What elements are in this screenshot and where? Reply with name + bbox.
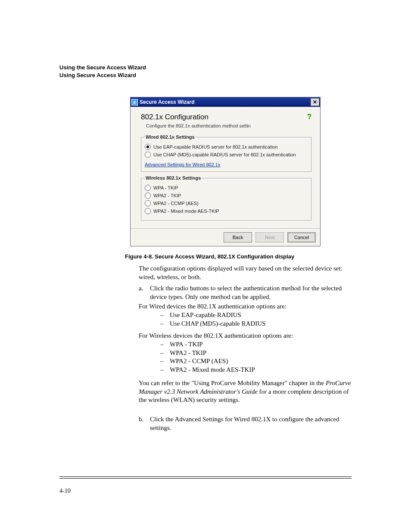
radio-label: WPA - TKIP xyxy=(153,185,178,190)
wireless-option-wpa2-ccmp[interactable]: WPA2 - CCMP (AES) xyxy=(145,200,308,206)
list-marker: a. xyxy=(139,284,150,301)
advanced-wired-link[interactable]: Advanced Settings for Wired 802.1x xyxy=(145,162,220,167)
radio-icon xyxy=(145,200,151,206)
radio-label: WPA2 - TKIP xyxy=(153,193,181,198)
wireless-option-wpa-tkip[interactable]: WPA - TKIP xyxy=(145,185,308,191)
list-item: WPA - TKIP xyxy=(170,340,203,349)
list-item-b: b. Click the Advanced Settings for Wired… xyxy=(139,414,354,434)
wizard-window: Secure Access Wizard ✕ 802.1x Configurat… xyxy=(130,97,321,246)
wireless-settings-group: Wireless 802.1x Settings WPA - TKIP WPA2… xyxy=(141,175,311,221)
wired-option-chap[interactable]: Use CHAP (MD5)-capable RADIUS server for… xyxy=(145,152,308,158)
wireless-option-wpa2-mixed[interactable]: WPA2 - Mixed mode AES-TKIP xyxy=(145,208,308,214)
radio-icon xyxy=(145,152,151,158)
radio-label: Use EAP-capable RADIUS server for 802.1x… xyxy=(153,144,278,149)
wired-legend: Wired 802.1x Settings xyxy=(145,134,196,140)
wired-option-eap[interactable]: Use EAP-capable RADIUS server for 802.1x… xyxy=(145,144,308,150)
wired-settings-group: Wired 802.1x Settings Use EAP-capable RA… xyxy=(141,134,311,172)
radio-label: Use CHAP (MD5)-capable RADIUS server for… xyxy=(153,152,296,157)
titlebar: Secure Access Wizard ✕ xyxy=(131,97,320,107)
figure-caption: Figure 4-8. Secure Access Wizard, 802.1X… xyxy=(125,253,294,260)
ref-text-1: You can refer to the "Using ProCurve Mob… xyxy=(139,380,326,386)
help-icon[interactable]: ? xyxy=(307,113,311,121)
radio-label: WPA2 - CCMP (AES) xyxy=(153,201,199,206)
wizard-icon xyxy=(131,99,138,106)
wizard-step-subtitle: Configure the 802.1x authentication meth… xyxy=(146,123,311,128)
radio-icon xyxy=(145,144,151,150)
window-title: Secure Access Wizard xyxy=(140,99,195,105)
list-marker: b. xyxy=(139,415,150,432)
wireless-option-wpa2-tkip[interactable]: WPA2 - TKIP xyxy=(145,193,308,199)
paragraph-reference: You can refer to the "Using ProCurve Mob… xyxy=(139,379,354,404)
list-item-a: a. Click the radio buttons to select the… xyxy=(139,283,354,303)
footer-rule xyxy=(59,476,352,477)
close-button[interactable]: ✕ xyxy=(311,98,319,106)
list-item: Use EAP-capable RADIUS xyxy=(170,311,241,320)
page-header: Using the Secure Access Wizard Using Sec… xyxy=(59,64,146,79)
list-item-text: Click the Advanced Settings for Wired 80… xyxy=(150,415,354,432)
list-item: Use CHAP (MD5)-capable RADIUS xyxy=(170,320,265,328)
list-item: WPA2 - CCMP (AES) xyxy=(170,357,228,366)
radio-icon xyxy=(145,185,151,191)
back-button[interactable]: Back xyxy=(224,232,252,243)
next-button: Next xyxy=(255,232,284,243)
list-item: WPA2 - TKIP xyxy=(170,349,206,358)
page-number: 4-10 xyxy=(59,488,71,495)
wired-option-list: –Use EAP-capable RADIUS –Use CHAP (MD5)-… xyxy=(160,311,376,328)
radio-label: WPA2 - Mixed mode AES-TKIP xyxy=(153,208,219,214)
cancel-button[interactable]: Cancel xyxy=(287,232,316,243)
list-item-text: Click the radio buttons to select the au… xyxy=(150,284,354,301)
wireless-legend: Wireless 802.1x Settings xyxy=(145,175,202,180)
header-line1: Using the Secure Access Wizard xyxy=(59,64,146,72)
wizard-button-row: Back Next Cancel xyxy=(131,228,320,246)
wireless-option-list: –WPA - TKIP –WPA2 - TKIP –WPA2 - CCMP (A… xyxy=(160,340,376,374)
radio-icon xyxy=(145,208,151,214)
paragraph-wireless-intro: For Wireless devices the 802.1X authenti… xyxy=(139,332,354,340)
footer-rule xyxy=(59,478,352,479)
paragraph-wired-intro: For Wired devices the 802.1X authenticat… xyxy=(139,302,354,311)
header-line2: Using Secure Access Wizard xyxy=(59,72,146,79)
close-icon: ✕ xyxy=(313,99,317,105)
list-item: WPA2 - Mixed mode AES-TKIP xyxy=(170,366,255,374)
wizard-step-title: 802.1x Configuration xyxy=(141,113,209,121)
radio-icon xyxy=(145,193,151,199)
paragraph-intro: The configuration options displayed will… xyxy=(139,264,354,281)
